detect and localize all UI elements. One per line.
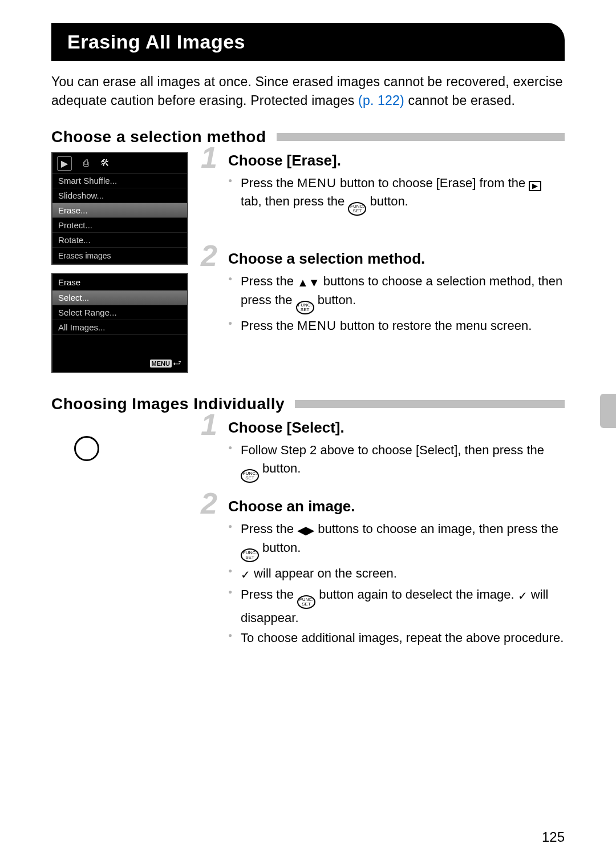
menu-button-label: MENU (297, 176, 337, 190)
step-bullet: Press the FUNC.SET button again to desel… (228, 586, 565, 627)
txt: button to restore the menu screen. (337, 318, 532, 333)
txt: Press the (241, 176, 297, 190)
lcd-title: Erase (52, 274, 187, 290)
step-1: 1 Choose [Select]. Follow Step 2 above t… (204, 419, 565, 483)
thumb-tab (600, 394, 616, 428)
txt: button. (314, 293, 356, 307)
txt: button again to deselect the image. (315, 587, 518, 601)
section-heading-1: Choose a selection method (51, 128, 565, 146)
up-down-arrows-icon: ▲▼ (297, 276, 320, 289)
page-number: 125 (542, 829, 565, 845)
txt: button to choose [Erase] from the (337, 176, 529, 190)
lcd-menu-item: Slideshow... (52, 188, 187, 203)
txt: tab, then press the (241, 194, 348, 208)
lcd-menu-item: Smart Shuffle... (52, 173, 187, 188)
step-bullet: Press the ◀▶ buttons to choose an image,… (228, 520, 565, 562)
txt: button. (259, 461, 301, 475)
lcd-menu-item: Select... (52, 290, 187, 305)
step-2: 2 Choose a selection method. Press the ▲… (204, 250, 565, 335)
txt: button. (259, 540, 301, 555)
func-set-button-icon: FUNC.SET (296, 301, 314, 314)
step-number: 2 (201, 241, 217, 271)
section-heading-1-text: Choose a selection method (51, 128, 266, 146)
page-title: Erasing All Images (51, 23, 565, 61)
section-heading-2-text: Choosing Images Individually (51, 395, 285, 413)
camera-lcd-menu: ▶ ⎙ 🛠 Smart Shuffle...Slideshow...Erase.… (51, 152, 188, 265)
step-bullet: Press the ▲▼ buttons to choose a selecti… (228, 272, 565, 314)
lcd-menu-item: Rotate... (52, 233, 187, 248)
step-title: Choose an image. (228, 498, 565, 515)
step-number: 1 (201, 143, 217, 172)
txt: Press the (241, 274, 297, 288)
step-number: 1 (201, 410, 217, 439)
lcd-menu-item: All Images... (52, 320, 187, 335)
playback-tab-icon: ▶ (57, 156, 72, 171)
txt: will appear on the screen. (250, 566, 397, 580)
lcd-status-text: Erases images (52, 248, 187, 264)
func-set-button-icon: FUNC.SET (297, 595, 315, 609)
lcd-menu-item: Protect... (52, 218, 187, 233)
step-bullet: Press the MENU button to restore the men… (228, 317, 565, 335)
step-1: 1 Choose [Erase]. Press the MENU button … (204, 152, 565, 216)
camera-lcd-erase: Erase Select...Select Range...All Images… (51, 273, 188, 373)
step-title: Choose a selection method. (228, 250, 565, 268)
txt: button. (366, 194, 408, 208)
txt: Follow Step 2 above to choose [Select], … (241, 443, 544, 457)
txt: Press the (241, 522, 297, 536)
print-tab-icon: ⎙ (83, 158, 89, 168)
menu-button-label: MENU (297, 318, 337, 333)
lcd-menu-item: Select Range... (52, 305, 187, 320)
image-placeholder-icon (74, 436, 99, 461)
step-2: 2 Choose an image. Press the ◀▶ buttons … (204, 498, 565, 648)
checkmark-icon: ✓ (241, 568, 250, 581)
heading-rule (295, 400, 565, 408)
heading-rule (277, 133, 565, 141)
intro-text-2: cannot be erased. (408, 93, 516, 108)
step-bullet: Follow Step 2 above to choose [Select], … (228, 441, 565, 483)
checkmark-icon: ✓ (518, 590, 528, 602)
lcd-menu-item: Erase... (52, 203, 187, 218)
page-ref-link[interactable]: (p. 122) (358, 93, 404, 108)
step-number: 2 (201, 488, 217, 518)
section-heading-2: Choosing Images Individually (51, 395, 565, 413)
txt: buttons to choose an image, then press t… (314, 522, 558, 536)
txt: Press the (241, 318, 297, 333)
playback-tab-icon: ▶ (529, 181, 541, 191)
func-set-button-icon: FUNC.SET (241, 469, 259, 483)
step-bullet: Press the MENU button to choose [Erase] … (228, 174, 565, 216)
func-set-button-icon: FUNC.SET (348, 202, 366, 216)
step-title: Choose [Erase]. (228, 152, 565, 169)
func-set-button-icon: FUNC.SET (241, 548, 259, 562)
return-arrow-icon: ⮐ (173, 358, 181, 368)
intro-paragraph: You can erase all images at once. Since … (51, 72, 565, 111)
step-title: Choose [Select]. (228, 419, 565, 437)
step-bullet: ✓ will appear on the screen. (228, 564, 565, 583)
tools-tab-icon: 🛠 (100, 158, 110, 168)
left-right-arrows-icon: ◀▶ (297, 524, 314, 536)
step-bullet: To choose additional images, repeat the … (228, 629, 565, 647)
menu-return-badge: MENU (150, 360, 172, 368)
txt: Press the (241, 587, 297, 601)
